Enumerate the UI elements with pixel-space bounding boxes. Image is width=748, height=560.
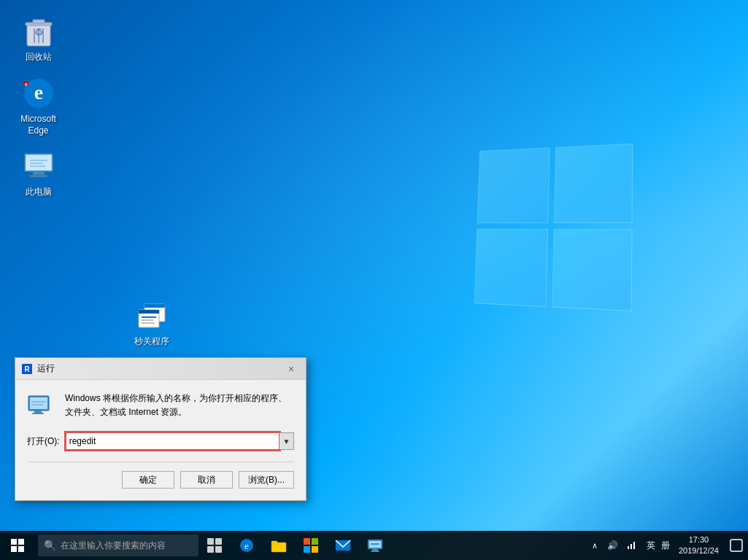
dialog-separator	[27, 462, 294, 462]
svg-rect-42	[304, 538, 310, 545]
svg-rect-37	[215, 546, 222, 553]
this-pc-label: 此电脑	[26, 187, 52, 198]
svg-rect-31	[32, 413, 44, 414]
taskbar-remote-button[interactable]	[359, 531, 391, 560]
tray-icons: 🔊	[601, 537, 644, 554]
svg-rect-2	[33, 20, 45, 23]
svg-rect-30	[34, 411, 42, 413]
svg-rect-50	[371, 551, 379, 552]
svg-rect-55	[633, 542, 635, 549]
run-dialog-input[interactable]	[66, 432, 279, 450]
svg-rect-45	[312, 546, 318, 553]
svg-text:♻: ♻	[34, 26, 43, 38]
svg-rect-14	[30, 175, 47, 177]
system-clock[interactable]: 17:30 2019/12/24	[673, 531, 725, 560]
task-view-button[interactable]	[198, 531, 231, 560]
clock-time: 17:30	[689, 534, 709, 545]
desktop-icon-task-manager[interactable]: 秒关程序	[124, 295, 179, 351]
svg-text:e: e	[34, 81, 42, 104]
svg-rect-49	[372, 549, 378, 551]
svg-rect-20	[144, 304, 165, 308]
start-button[interactable]	[0, 531, 35, 560]
svg-text:e: e	[25, 82, 28, 87]
dialog-titlebar[interactable]: R 运行 ×	[15, 358, 306, 380]
tray-language[interactable]: 英	[644, 540, 658, 552]
network-icon[interactable]	[623, 537, 639, 554]
this-pc-icon	[21, 149, 56, 184]
task-manager-label: 秒关程序	[134, 336, 169, 348]
desktop-icon-this-pc[interactable]: 此电脑	[11, 146, 66, 201]
edge-icon: e e	[21, 76, 56, 111]
dialog-close-button[interactable]: ×	[282, 361, 300, 377]
desktop-icon-recycle-bin[interactable]: ♻ 回收站	[11, 11, 66, 66]
svg-rect-54	[631, 544, 632, 549]
desktop: ♻ 回收站 e e MicrosoftEdge	[0, 0, 748, 560]
svg-rect-35	[215, 538, 222, 545]
system-tray: ∧ 🔊 英 册 17:30 2019/12	[589, 531, 748, 560]
dialog-cancel-button[interactable]: 取消	[180, 471, 233, 489]
tray-overflow-button[interactable]: ∧	[589, 541, 601, 551]
svg-rect-41	[271, 541, 277, 544]
dialog-input-label: 打开(O):	[27, 435, 60, 448]
svg-rect-53	[628, 546, 629, 549]
taskbar: 🔍 在这里输入你要搜索的内容 e	[0, 531, 748, 560]
dialog-title-icon: R	[21, 363, 33, 375]
taskbar-search[interactable]: 🔍 在这里输入你要搜索的内容	[38, 534, 198, 556]
dialog-title-text: 运行	[37, 362, 282, 375]
dialog-input-row: 打开(O): ▼	[27, 432, 294, 450]
dialog-info-icon	[27, 392, 56, 421]
dialog-info-text: Windows 将根据你所输入的名称，为你打开相应的程序、文件夹、文档或 Int…	[65, 392, 294, 419]
tray-ime[interactable]: 册	[658, 540, 673, 552]
svg-rect-44	[304, 546, 310, 553]
volume-icon[interactable]: 🔊	[605, 539, 620, 552]
svg-rect-36	[207, 546, 214, 553]
dropdown-arrow[interactable]: ▼	[279, 432, 294, 450]
search-placeholder: 在这里输入你要搜索的内容	[61, 540, 166, 552]
dialog-body: Windows 将根据你所输入的名称，为你打开相应的程序、文件夹、文档或 Int…	[15, 380, 306, 500]
run-dialog: R 运行 × Windows	[15, 357, 306, 501]
svg-text:R: R	[24, 365, 30, 373]
windows-logo-decoration	[471, 146, 631, 306]
svg-rect-15	[26, 155, 51, 170]
svg-rect-22	[139, 310, 159, 314]
recycle-bin-icon: ♻	[21, 14, 56, 49]
notification-button[interactable]	[725, 531, 748, 560]
svg-rect-34	[207, 538, 214, 545]
dialog-buttons: 确定 取消 浏览(B)...	[27, 471, 294, 493]
task-manager-icon	[134, 298, 169, 333]
svg-rect-29	[30, 397, 47, 409]
clock-date: 2019/12/24	[679, 545, 719, 556]
start-icon	[11, 539, 24, 552]
svg-text:e: e	[244, 540, 249, 551]
dialog-ok-button[interactable]: 确定	[122, 471, 174, 489]
taskbar-store-button[interactable]	[295, 531, 327, 560]
taskbar-explorer-button[interactable]	[263, 531, 295, 560]
taskbar-mail-button[interactable]	[327, 531, 359, 560]
recycle-bin-label: 回收站	[26, 52, 52, 63]
desktop-icon-edge[interactable]: e e MicrosoftEdge	[11, 73, 66, 139]
svg-rect-13	[33, 172, 45, 175]
dialog-info-row: Windows 将根据你所输入的名称，为你打开相应的程序、文件夹、文档或 Int…	[27, 392, 294, 421]
dialog-browse-button[interactable]: 浏览(B)...	[239, 471, 294, 489]
svg-rect-56	[730, 540, 742, 551]
search-icon: 🔍	[44, 540, 56, 551]
svg-rect-43	[312, 538, 318, 545]
edge-label: MicrosoftEdge	[20, 114, 56, 136]
taskbar-edge-button[interactable]: e	[231, 531, 263, 560]
